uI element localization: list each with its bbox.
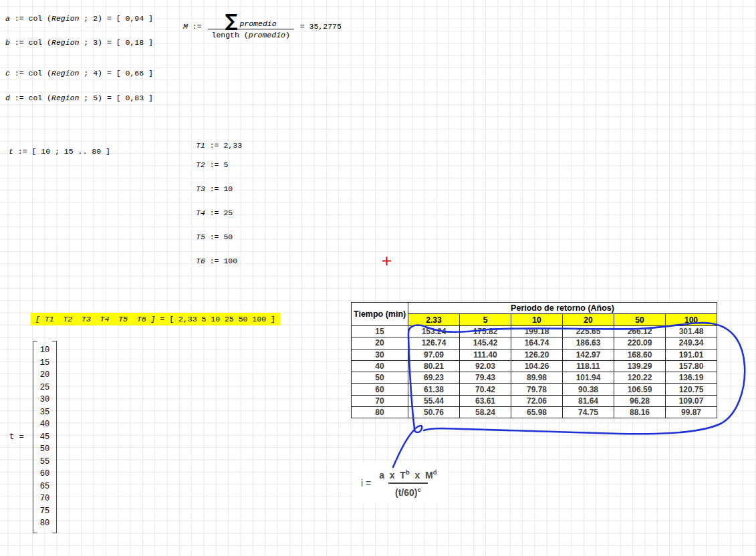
- cell-value: 69.23: [408, 372, 460, 384]
- cell-value: 126.20: [511, 349, 563, 360]
- region-arg: Region: [51, 14, 79, 23]
- vector-value: 60: [40, 468, 49, 480]
- cell-value: 249.34: [666, 337, 717, 349]
- return-period-table: Tiempo (min) Periodo de retorno (Años) 2…: [351, 302, 717, 418]
- cell-value: 136.19: [666, 372, 717, 384]
- table-row: 70 55.44 63.61 72.06 81.64 96.28 109.07: [352, 395, 717, 406]
- table-group-header: Periodo de retorno (Años): [408, 303, 717, 314]
- fraction: ∑promedio length (promedio): [208, 13, 294, 39]
- t4-definition[interactable]: T4 := 25: [196, 208, 233, 218]
- cell-value: 120.22: [614, 372, 666, 384]
- t-range-definition[interactable]: t := [ 10 ; 15 .. 80 ]: [9, 147, 110, 156]
- vector-rhs: = [ 2,33 5 10 25 50 100 ]: [155, 315, 275, 323]
- cell-value: 90.38: [563, 384, 614, 395]
- table-row: 30 97.09 111.40 126.20 142.97 168.60 191…: [352, 349, 717, 360]
- var-name: c: [5, 69, 10, 78]
- cell-value: 74.75: [563, 407, 614, 418]
- cell-value: 55.44: [408, 395, 460, 406]
- var-name: M: [183, 22, 188, 31]
- expression-d[interactable]: d := col (Region ; 5) = [ 0,83 ]: [5, 94, 153, 103]
- row-time-label: 80: [352, 407, 408, 418]
- vector-value: 15: [40, 357, 49, 370]
- cell-value: 58.24: [460, 407, 511, 418]
- vector-value: 10: [40, 344, 49, 357]
- cell-value: 97.09: [408, 349, 460, 360]
- cell-value: 220.09: [614, 337, 666, 349]
- cell-value: 101.94: [563, 372, 614, 384]
- cell-value: 120.75: [666, 384, 717, 395]
- vector-value: 40: [40, 418, 49, 431]
- table-row: 15 153.24 175.82 199.18 225.65 266.12 30…: [352, 326, 717, 337]
- insertion-cursor-cross: [382, 257, 391, 265]
- cell-value: 118.11: [563, 360, 614, 372]
- cell-value: 142.97: [563, 349, 614, 360]
- row-time-label: 30: [352, 349, 408, 360]
- cell-value: 99.87: [666, 407, 717, 418]
- table-col-header: 100: [666, 314, 717, 326]
- vector-value: 65: [40, 480, 49, 493]
- formula-denominator: (t/60)c: [388, 482, 428, 498]
- cell-value: 104.26: [511, 360, 563, 372]
- vector-value: 25: [40, 382, 49, 394]
- expression-c[interactable]: c := col (Region ; 4) = [ 0,66 ]: [5, 69, 153, 78]
- cell-value: 199.18: [511, 326, 563, 337]
- table-col-header: 50: [614, 314, 666, 326]
- t2-definition[interactable]: T2 := 5: [196, 160, 228, 170]
- cell-value: 164.74: [511, 337, 563, 349]
- expression-b[interactable]: b := col (Region ; 3) = [ 0,18 ]: [5, 38, 153, 47]
- row-time-label: 50: [352, 372, 408, 384]
- m-mean-formula[interactable]: M := ∑promedio length (promedio) = 35,27…: [183, 13, 342, 39]
- row-time-label: 40: [352, 360, 408, 372]
- vector-values: 101520253035404550556065707580: [33, 341, 57, 533]
- vector-value: 35: [40, 406, 49, 419]
- cell-value: 70.42: [460, 384, 511, 395]
- t6-definition[interactable]: T6 := 100: [196, 257, 237, 266]
- fraction-numerator: ∑promedio: [221, 13, 281, 29]
- var-name: t: [9, 147, 13, 156]
- t-vector-display[interactable]: t = 101520253035404550556065707580: [9, 341, 57, 533]
- cell-value: 79.43: [460, 372, 511, 384]
- table-row: 20 126.74 145.42 164.74 186.63 220.09 24…: [352, 337, 717, 349]
- cell-value: 80.21: [408, 360, 460, 372]
- row-time-label: 70: [352, 395, 408, 406]
- t3-definition[interactable]: T3 := 10: [196, 184, 233, 194]
- cell-value: 88.16: [614, 407, 666, 418]
- table-row: 40 80.21 92.03 104.26 118.11 139.29 157.…: [352, 360, 717, 372]
- cell-value: 145.42: [460, 337, 511, 349]
- formula-numerator: a x Tb x Md: [376, 468, 440, 482]
- result-value: = 35,2775: [295, 22, 342, 31]
- cell-value: 72.06: [511, 395, 563, 406]
- region-arg: Region: [51, 69, 79, 78]
- var-name: a: [5, 14, 10, 23]
- table-row: 50 69.23 79.43 89.98 101.94 120.22 136.1…: [352, 372, 717, 384]
- expression-a[interactable]: a := col (Region ; 2) = [ 0,94 ]: [5, 14, 153, 23]
- result-value: 0,18: [126, 38, 144, 47]
- table-col-header: 10: [511, 314, 563, 326]
- table-col-header: 2.33: [408, 314, 460, 326]
- cell-value: 96.28: [614, 395, 666, 406]
- vector-value: 70: [40, 493, 49, 505]
- cell-value: 301.48: [666, 326, 717, 337]
- cell-value: 89.98: [511, 372, 563, 384]
- cell-value: 50.76: [408, 407, 460, 418]
- cell-value: 61.38: [408, 384, 460, 395]
- result-value: 0,83: [126, 94, 144, 102]
- cell-value: 153.24: [408, 326, 460, 337]
- vector-value: 50: [40, 443, 49, 456]
- vector-value: 45: [40, 431, 49, 444]
- worksheet-canvas[interactable]: a := col (Region ; 2) = [ 0,94 ] b := co…: [0, 0, 756, 556]
- cell-value: 63.61: [460, 395, 511, 406]
- cell-value: 266.12: [614, 326, 666, 337]
- cell-value: 191.01: [666, 349, 717, 360]
- var-name: b: [5, 38, 10, 47]
- t5-definition[interactable]: T5 := 50: [196, 233, 233, 242]
- cell-value: 168.60: [614, 349, 666, 360]
- highlighted-vector-equation[interactable]: [ T1 T2 T3 T4 T5 T6 ] = [ 2,33 5 10 25 5…: [31, 313, 280, 325]
- row-time-label: 15: [352, 326, 408, 337]
- row-time-label: 60: [352, 384, 408, 395]
- sigma-symbol: ∑: [225, 13, 238, 28]
- cell-value: 81.64: [563, 395, 614, 406]
- region-arg: Region: [51, 94, 79, 102]
- t1-definition[interactable]: T1 := 2,33: [196, 141, 242, 150]
- row-time-label: 20: [352, 337, 408, 349]
